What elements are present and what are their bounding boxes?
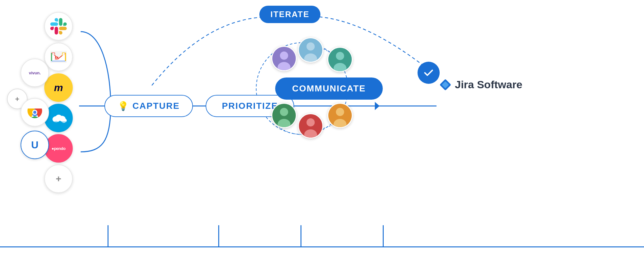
gmail-icon[interactable]: M xyxy=(44,43,73,71)
slack-icon[interactable] xyxy=(44,12,73,40)
svg-point-20 xyxy=(307,42,315,51)
jira-diamond-icon xyxy=(440,79,451,90)
avatar-person4 xyxy=(271,103,297,128)
diagram-svg xyxy=(0,0,644,279)
jira-text: Jira Software xyxy=(455,78,523,91)
usertesting-icon[interactable]: U xyxy=(21,131,49,159)
svg-point-29 xyxy=(307,118,315,127)
salesforce-icon[interactable]: salesforce xyxy=(44,104,73,132)
avatar-person5 xyxy=(298,113,323,139)
svg-point-32 xyxy=(336,108,344,116)
capture-stage-button[interactable]: 💡 CAPTURE xyxy=(104,95,193,117)
tick-4 xyxy=(383,225,384,247)
chrome-icon[interactable] xyxy=(21,98,49,127)
avatar-person1 xyxy=(271,46,297,71)
timeline-line xyxy=(0,246,644,247)
tick-3 xyxy=(300,225,301,247)
tick-2 xyxy=(218,225,219,247)
svg-point-17 xyxy=(280,52,288,60)
checkmark-icon xyxy=(418,62,440,84)
miro-icon[interactable]: m xyxy=(44,73,73,102)
iterate-label: ITERATE xyxy=(259,6,320,23)
svg-point-26 xyxy=(280,108,288,116)
avatar-person2 xyxy=(298,37,323,63)
svg-text:M: M xyxy=(55,56,59,61)
svg-marker-4 xyxy=(375,102,380,110)
communicate-stage-button[interactable]: COMMUNICATE xyxy=(275,78,383,100)
main-container: ITERATE + M m vivun. xyxy=(0,0,644,279)
capture-label: CAPTURE xyxy=(133,101,180,111)
svg-point-15 xyxy=(33,111,36,114)
communicate-label: COMMUNICATE xyxy=(292,84,366,94)
svg-point-23 xyxy=(336,52,344,60)
jira-software-label: Jira Software xyxy=(440,78,523,91)
vivun-icon[interactable]: vivun. xyxy=(21,59,49,87)
tick-1 xyxy=(108,225,108,247)
more-integrations-icon[interactable]: + xyxy=(44,164,73,193)
svg-text:salesforce: salesforce xyxy=(53,121,67,124)
lightbulb-icon: 💡 xyxy=(118,101,129,111)
prioritize-label: PRIORITIZE xyxy=(222,101,278,111)
avatar-person6 xyxy=(327,103,353,128)
avatar-person3 xyxy=(327,47,353,72)
